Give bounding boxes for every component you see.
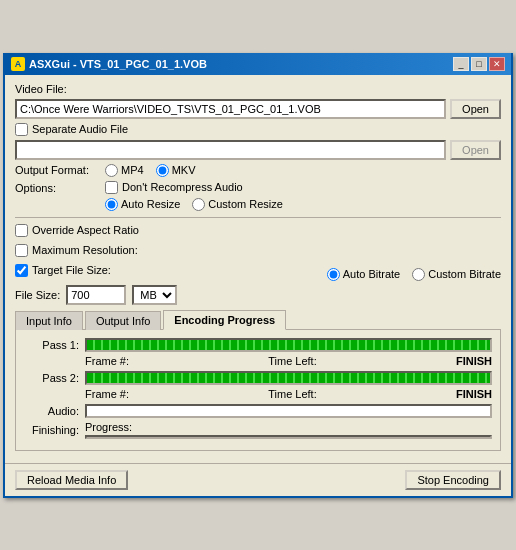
auto-bitrate-radio-item[interactable]: Auto Bitrate bbox=[327, 268, 400, 281]
dont-recompress-label: Don't Recompress Audio bbox=[122, 181, 243, 193]
video-file-input-row: Open bbox=[15, 99, 501, 119]
content-area: Video File: Open Separate Audio File Ope… bbox=[5, 75, 511, 459]
finishing-label: Finishing: bbox=[24, 424, 79, 436]
file-size-label: File Size: bbox=[15, 289, 60, 301]
checkboxes-section: Override Aspect Ratio Maximum Resolution… bbox=[15, 224, 139, 281]
separate-audio-checkbox[interactable] bbox=[15, 123, 28, 136]
video-file-open-button[interactable]: Open bbox=[450, 99, 501, 119]
custom-resize-radio[interactable] bbox=[192, 198, 205, 211]
tab-encoding-progress[interactable]: Encoding Progress bbox=[163, 310, 286, 330]
custom-bitrate-label: Custom Bitrate bbox=[428, 268, 501, 280]
titlebar: A ASXGui - VTS_01_PGC_01_1.VOB _ □ ✕ bbox=[5, 53, 511, 75]
video-file-label: Video File: bbox=[15, 83, 67, 95]
pass1-info-row: Frame #: Time Left: FINISH bbox=[24, 355, 492, 367]
window-title: ASXGui - VTS_01_PGC_01_1.VOB bbox=[29, 58, 207, 70]
separate-audio-label: Separate Audio File bbox=[32, 123, 128, 135]
maximize-button[interactable]: □ bbox=[471, 57, 487, 71]
separate-audio-row: Separate Audio File bbox=[15, 123, 501, 136]
options-label: Options: bbox=[15, 182, 105, 194]
pass2-finish-label: FINISH bbox=[456, 388, 492, 400]
format-options-labels: Output Format: Options: bbox=[15, 164, 105, 211]
finishing-progress-label: Progress: bbox=[85, 421, 492, 433]
finishing-controls: Progress: bbox=[85, 421, 492, 439]
pass2-info-inner: Frame #: Time Left: FINISH bbox=[85, 388, 492, 400]
pass2-frame-label: Frame #: bbox=[85, 388, 129, 400]
pass1-progress-bar bbox=[85, 338, 492, 352]
format-options-section: Output Format: Options: MP4 MKV bbox=[15, 164, 501, 211]
divider-1 bbox=[15, 217, 501, 218]
auto-bitrate-label: Auto Bitrate bbox=[343, 268, 400, 280]
file-size-row: File Size: MB GB bbox=[15, 285, 501, 305]
audio-file-open-button[interactable]: Open bbox=[450, 140, 501, 160]
app-icon: A bbox=[11, 57, 25, 71]
mp4-radio[interactable] bbox=[105, 164, 118, 177]
pass1-finish-label: FINISH bbox=[456, 355, 492, 367]
video-file-input[interactable] bbox=[15, 99, 446, 119]
checkboxes-bitrate-section: Override Aspect Ratio Maximum Resolution… bbox=[15, 224, 501, 285]
minimize-button[interactable]: _ bbox=[453, 57, 469, 71]
output-format-label: Output Format: bbox=[15, 164, 105, 176]
resize-radio-group: Auto Resize Custom Resize bbox=[105, 198, 283, 211]
titlebar-buttons: _ □ ✕ bbox=[453, 57, 505, 71]
finishing-row: Finishing: Progress: bbox=[24, 421, 492, 439]
audio-progress-bar bbox=[85, 404, 492, 418]
custom-resize-label: Custom Resize bbox=[208, 198, 283, 210]
format-options-controls: MP4 MKV Don't Recompress Audio Auto Resi… bbox=[105, 164, 283, 211]
mkv-label: MKV bbox=[172, 164, 196, 176]
file-size-unit-select[interactable]: MB GB bbox=[132, 285, 177, 305]
pass2-row: Pass 2: bbox=[24, 371, 492, 385]
audio-row: Audio: bbox=[24, 404, 492, 418]
file-size-input[interactable] bbox=[66, 285, 126, 305]
titlebar-left: A ASXGui - VTS_01_PGC_01_1.VOB bbox=[11, 57, 207, 71]
audio-file-input-row: Open bbox=[15, 140, 501, 160]
bottom-bar: Reload Media Info Stop Encoding bbox=[5, 463, 511, 496]
audio-file-input[interactable] bbox=[15, 140, 446, 160]
video-file-row: Video File: bbox=[15, 83, 501, 95]
max-resolution-row: Maximum Resolution: bbox=[15, 244, 139, 257]
pass1-label: Pass 1: bbox=[24, 339, 79, 351]
close-button[interactable]: ✕ bbox=[489, 57, 505, 71]
auto-resize-radio[interactable] bbox=[105, 198, 118, 211]
custom-bitrate-radio[interactable] bbox=[412, 268, 425, 281]
mkv-radio[interactable] bbox=[156, 164, 169, 177]
pass2-time-left-label: Time Left: bbox=[268, 388, 317, 400]
auto-resize-label: Auto Resize bbox=[121, 198, 180, 210]
pass1-progress-fill bbox=[87, 340, 490, 350]
stop-encoding-button[interactable]: Stop Encoding bbox=[405, 470, 501, 490]
bitrate-radio-group: Auto Bitrate Custom Bitrate bbox=[327, 268, 501, 281]
pass1-row: Pass 1: bbox=[24, 338, 492, 352]
target-file-size-row: Target File Size: bbox=[15, 264, 139, 277]
dont-recompress-row: Don't Recompress Audio bbox=[105, 181, 283, 194]
tabs-header: Input Info Output Info Encoding Progress bbox=[15, 309, 501, 329]
pass1-info-inner: Frame #: Time Left: FINISH bbox=[85, 355, 492, 367]
audio-label: Audio: bbox=[24, 405, 79, 417]
dont-recompress-checkbox[interactable] bbox=[105, 181, 118, 194]
finishing-progress-bar bbox=[85, 435, 492, 439]
auto-resize-radio-item[interactable]: Auto Resize bbox=[105, 198, 180, 211]
override-aspect-label: Override Aspect Ratio bbox=[32, 224, 139, 236]
override-aspect-checkbox[interactable] bbox=[15, 224, 28, 237]
tab-input-info[interactable]: Input Info bbox=[15, 311, 83, 330]
pass2-info-row: Frame #: Time Left: FINISH bbox=[24, 388, 492, 400]
pass2-label: Pass 2: bbox=[24, 372, 79, 384]
max-resolution-label: Maximum Resolution: bbox=[32, 244, 138, 256]
format-radio-group: MP4 MKV bbox=[105, 164, 283, 177]
mkv-radio-item[interactable]: MKV bbox=[156, 164, 196, 177]
pass1-frame-label: Frame #: bbox=[85, 355, 129, 367]
tab-output-info[interactable]: Output Info bbox=[85, 311, 161, 330]
reload-media-info-button[interactable]: Reload Media Info bbox=[15, 470, 128, 490]
target-file-size-checkbox[interactable] bbox=[15, 264, 28, 277]
pass1-time-left-label: Time Left: bbox=[268, 355, 317, 367]
pass2-progress-bar bbox=[85, 371, 492, 385]
main-window: A ASXGui - VTS_01_PGC_01_1.VOB _ □ ✕ Vid… bbox=[3, 53, 513, 498]
mp4-radio-item[interactable]: MP4 bbox=[105, 164, 144, 177]
custom-resize-radio-item[interactable]: Custom Resize bbox=[192, 198, 283, 211]
auto-bitrate-radio[interactable] bbox=[327, 268, 340, 281]
max-resolution-checkbox[interactable] bbox=[15, 244, 28, 257]
target-file-size-label: Target File Size: bbox=[32, 264, 111, 276]
custom-bitrate-radio-item[interactable]: Custom Bitrate bbox=[412, 268, 501, 281]
override-aspect-row: Override Aspect Ratio bbox=[15, 224, 139, 237]
tabs-content: Pass 1: Frame #: Time Left: FINISH Pass … bbox=[15, 329, 501, 451]
pass2-progress-fill bbox=[87, 373, 490, 383]
mp4-label: MP4 bbox=[121, 164, 144, 176]
